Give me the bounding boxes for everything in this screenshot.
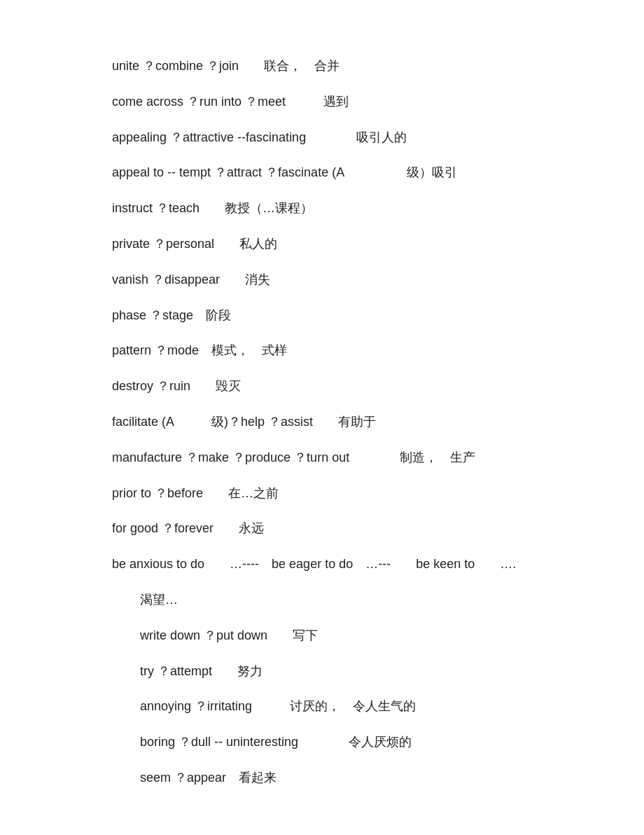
entry-text: facilitate (A 级)？help ？assist 有助于 [112,415,376,429]
entry-text: be anxious to do …---- be eager to do …-… [112,557,516,571]
list-item: annoying ？irritating 讨厌的， 令人生气的 [140,696,602,717]
entry-text: instruct ？teach 教授（…课程） [112,201,313,215]
list-item: destroy ？ruin 毁灭 [112,376,602,396]
list-item: appealing ？attractive --fascinating 吸引人的 [112,127,602,148]
entry-text: unite ？combine ？join 联合， 合并 [112,59,340,73]
list-item: pattern ？mode 模式， 式样 [112,340,602,361]
entry-text: phase ？stage 阶段 [112,308,231,322]
entry-text: boring ？dull -- uninteresting 令人厌烦的 [140,735,412,749]
list-item: for good ？forever 永远 [112,518,602,539]
entry-text: appealing ？attractive --fascinating 吸引人的 [112,130,407,144]
list-item: appeal to -- tempt ？attract ？fascinate (… [112,163,602,183]
list-item: instruct ？teach 教授（…课程） [112,198,602,219]
list-item: be anxious to do …---- be eager to do …-… [112,554,602,574]
entry-text: private ？personal 私人的 [112,237,277,251]
list-item: try ？attempt 努力 [140,661,602,682]
list-item: seem ？appear 看起来 [140,768,602,788]
entry-text: come across ？run into ？meet 遇到 [112,95,349,109]
list-item: boring ？dull -- uninteresting 令人厌烦的 [140,732,602,752]
entry-text: prior to ？before 在…之前 [112,486,279,500]
list-item: private ？personal 私人的 [112,234,602,254]
entry-text: try ？attempt 努力 [140,664,262,678]
entry-text: annoying ？irritating 讨厌的， 令人生气的 [140,699,416,713]
list-item: 渴望… [140,590,602,610]
list-item: vanish ？disappear 消失 [112,270,602,290]
entry-text: manufacture ？make ？produce ？turn out 制造，… [112,450,475,464]
list-item: write down ？put down 写下 [140,626,602,646]
entry-text: write down ？put down 写下 [140,628,318,642]
list-item: manufacture ？make ？produce ？turn out 制造，… [112,448,602,468]
entry-text: appeal to -- tempt ？attract ？fascinate (… [112,165,457,179]
list-item: phase ？stage 阶段 [112,305,602,326]
list-item: prior to ？before 在…之前 [112,483,602,504]
entry-text: for good ？forever 永远 [112,521,264,535]
list-item: come across ？run into ？meet 遇到 [112,92,602,112]
entry-text: 渴望… [140,593,178,607]
list-item: unite ？combine ？join 联合， 合并 [112,56,602,76]
entry-text: destroy ？ruin 毁灭 [112,379,241,393]
main-content: unite ？combine ？join 联合， 合并come across ？… [112,56,602,788]
entry-text: seem ？appear 看起来 [140,771,276,785]
entry-text: vanish ？disappear 消失 [112,272,270,287]
list-item: facilitate (A 级)？help ？assist 有助于 [112,412,602,432]
entry-text: pattern ？mode 模式， 式样 [112,343,287,357]
